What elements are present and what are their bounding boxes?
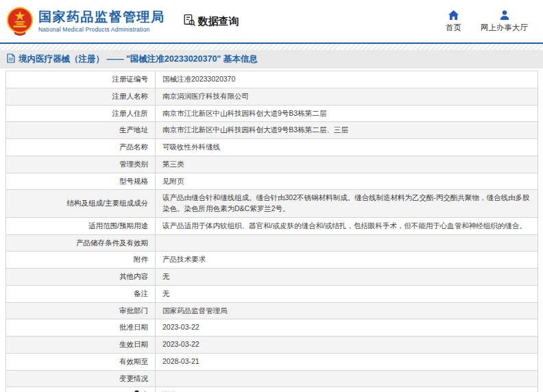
row-label: 审批部门 (6, 302, 156, 319)
row-label: 注册人住所 (6, 105, 156, 122)
table-row: 注册人住所南京市江北新区中山科技园科创大道9号B3栋第二层 (6, 105, 538, 122)
row-value: 详情 (156, 387, 538, 392)
row-value: 国家药品监督管理局 (156, 302, 538, 319)
table-row: 产品储存条件及有效期 (6, 234, 538, 252)
row-label-text: 适用范围/预期用途 (88, 221, 148, 230)
row-value: 无 (156, 269, 538, 286)
row-value: 南京市江北新区中山科技园科创大道9号B3栋第二层 (156, 105, 538, 122)
row-label-text: 批准日期 (119, 323, 148, 331)
row-value: 南京涓润医疗科技有限公司 (156, 88, 538, 105)
row-label-text: 审批部门 (119, 306, 148, 315)
hatch-strip (0, 44, 543, 50)
table-row: 注册人名称南京涓润医疗科技有限公司 (6, 88, 538, 105)
row-label: 产品储存条件及有效期 (6, 234, 156, 252)
table-row: 注册证编号国械注准20233020370 (6, 71, 538, 88)
home-icon (448, 10, 459, 21)
row-value: 第三类 (156, 156, 538, 173)
agency-name-en: National Medical Products Administration (38, 26, 165, 33)
table-row: 产品名称可吸收性外科缝线 (6, 139, 538, 156)
row-label: 型号规格 (6, 173, 156, 190)
nav-item-service-hall-label: 网上办事大厅 (481, 23, 528, 33)
info-table-wrap: 注册证编号国械注准20233020370注册人名称南京涓润医疗科技有限公司注册人… (0, 69, 543, 392)
row-label-text: 附件 (134, 255, 148, 263)
row-label: 变更情况 (6, 370, 156, 387)
row-label: 备注 (6, 285, 156, 302)
table-row: 结构及组成/主要组成成分该产品由缝合针和缝线组成。缝合针由302不锈钢材料制成。… (6, 190, 538, 218)
agency-name-cn: 国家药品监督管理局 (38, 10, 165, 25)
table-row: 生产地址南京市江北新区中山科技园科创大道9号B3栋第二层、三层 (6, 122, 538, 139)
page-header: 国家药品监督管理局 National Medical Products Admi… (0, 0, 543, 42)
row-value: 见附页 (156, 173, 538, 190)
row-value: 南京市江北新区中山科技园科创大道9号B3栋第二层、三层 (156, 122, 538, 139)
page-title-bar: 境内医疗器械（注册） —— "国械注准20233020370" 基本信息 (0, 50, 543, 69)
row-label-text: 注册人名称 (112, 92, 149, 100)
row-value: 2023-03-22 (156, 319, 538, 336)
row-value (156, 234, 538, 252)
national-emblem-icon (5, 6, 34, 36)
row-value: 该产品适用于体内软组织、器官和/或皮肤的缝合和/或结扎，包括眼科手术，但不能用于… (156, 217, 538, 234)
table-row: 适用范围/预期用途该产品适用于体内软组织、器官和/或皮肤的缝合和/或结扎，包括眼… (6, 217, 538, 234)
row-label-text: 产品储存条件及有效期 (76, 238, 148, 247)
row-label: 结构及组成/主要组成成分 (6, 190, 156, 218)
table-row: 变更情况 (6, 370, 538, 387)
nav-item-service-hall[interactable]: 网上办事大厅 (481, 10, 528, 33)
row-label: 生产地址 (6, 122, 156, 139)
row-label-text: 管理类别 (119, 160, 148, 168)
table-row: 批准日期2023-03-22 (6, 319, 538, 336)
table-row: 管理类别第三类 (6, 156, 538, 173)
page-title: 境内医疗器械（注册） —— "国械注准20233020370" 基本信息 (19, 53, 258, 65)
row-label: 适用范围/预期用途 (6, 217, 156, 234)
data-query-label: 数据查询 (198, 15, 239, 28)
row-label-text: 备注 (134, 289, 148, 297)
row-label-text: 变更情况 (119, 374, 148, 382)
data-query-tab[interactable]: 数据查询 (183, 14, 239, 29)
row-label-text: 有效期至 (119, 357, 148, 365)
row-label: 注 (6, 387, 156, 392)
row-label: 注册人名称 (6, 88, 156, 105)
row-value: 国械注准20233020370 (156, 71, 538, 88)
row-label: 有效期至 (6, 353, 156, 370)
row-label-text: 生产地址 (119, 125, 148, 134)
row-label-text: 注册人住所 (112, 109, 149, 117)
document-search-icon (183, 14, 196, 29)
row-label: 管理类别 (6, 156, 156, 173)
row-label-text: 其他内容 (119, 272, 148, 280)
row-value: 2023-03-22 (156, 336, 538, 354)
person-icon (499, 10, 510, 21)
table-row: 生效日期2023-03-22 (6, 336, 538, 354)
header-nav: 首页 网上办事大厅 (446, 10, 528, 33)
row-value: 可吸收性外科缝线 (156, 139, 538, 156)
table-row: 审批部门国家药品监督管理局 (6, 302, 538, 319)
table-row: 注详情 (6, 387, 538, 392)
agency-title-block: 国家药品监督管理局 National Medical Products Admi… (38, 10, 165, 33)
row-label: 注册证编号 (6, 71, 156, 88)
row-value: 该产品由缝合针和缝线组成。缝合针由302不锈钢材料制成。缝合线制造材料为乙交酯-… (156, 190, 538, 218)
row-label-text: 注册证编号 (112, 75, 149, 83)
info-table: 注册证编号国械注准20233020370注册人名称南京涓润医疗科技有限公司注册人… (5, 71, 538, 392)
row-label-text: 生效日期 (119, 340, 148, 348)
row-label: 批准日期 (6, 319, 156, 336)
row-value: 2028-03-21 (156, 353, 538, 370)
table-row: 备注无 (6, 285, 538, 302)
row-label: 其他内容 (6, 269, 156, 286)
row-label-text: 结构及组成/主要组成成分 (67, 199, 148, 207)
row-label-text: 产品名称 (119, 143, 148, 151)
row-value: 无 (156, 285, 538, 302)
row-label: 产品名称 (6, 139, 156, 156)
row-label: 生效日期 (6, 336, 156, 354)
row-label: 附件 (6, 252, 156, 269)
row-value (156, 370, 538, 387)
table-row: 有效期至2028-03-21 (6, 353, 538, 370)
table-row: 其他内容无 (6, 269, 538, 286)
table-row: 附件产品技术要求 (6, 252, 538, 269)
nav-item-home-label: 首页 (446, 23, 461, 33)
info-table-body: 注册证编号国械注准20233020370注册人名称南京涓润医疗科技有限公司注册人… (6, 71, 538, 392)
table-row: 型号规格见附页 (6, 173, 538, 190)
document-icon (7, 53, 15, 66)
row-label-text: 型号规格 (119, 177, 148, 185)
nav-item-home[interactable]: 首页 (446, 10, 461, 33)
row-value: 产品技术要求 (156, 252, 538, 269)
